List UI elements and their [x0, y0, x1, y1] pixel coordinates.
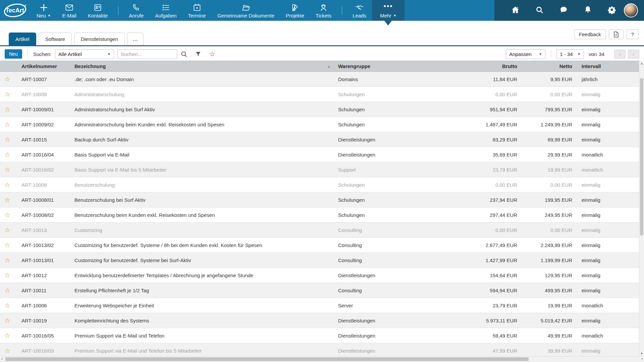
- favorite-star-icon[interactable]: ☆: [0, 106, 15, 113]
- favorite-star-icon[interactable]: ☆: [0, 347, 15, 355]
- table-row[interactable]: ☆ART-10011Erstellung Pflichtenheft je 1/…: [0, 283, 639, 298]
- favorite-star-icon[interactable]: ☆: [0, 181, 15, 189]
- favorite-star-icon[interactable]: ☆: [0, 241, 15, 249]
- article-number-cell: ART-10016/02: [15, 167, 72, 173]
- feedback-button[interactable]: Feedback: [574, 29, 606, 39]
- customize-dropdown[interactable]: Anpassen ▼: [506, 49, 545, 59]
- favorite-star-icon[interactable]: ☆: [0, 151, 15, 159]
- top-navbar: TecArt ® Neu▼E-MailKontakteAnrufeAufgabe…: [0, 0, 644, 21]
- tecart-logo[interactable]: TecArt ®: [0, 0, 31, 21]
- new-article-button[interactable]: Neu: [5, 49, 22, 59]
- nav-item-kontakte[interactable]: Kontakte: [82, 0, 113, 21]
- table-row[interactable]: ☆ART-10016/02Basis Support via E-Mail bi…: [0, 162, 639, 177]
- nav-item-e-mail[interactable]: E-Mail: [56, 0, 82, 21]
- table-row[interactable]: ☆ART-10009AdministratorschulungSchulunge…: [0, 87, 639, 102]
- document-button[interactable]: [609, 29, 624, 39]
- favorite-star-icon[interactable]: ☆: [0, 317, 15, 324]
- next-page-button[interactable]: ›: [628, 50, 639, 59]
- table-row[interactable]: ☆ART-10012Entwicklung benutzerdefinierte…: [0, 268, 639, 283]
- tab-artikel[interactable]: Artikel: [9, 33, 36, 45]
- search-button[interactable]: [527, 0, 551, 21]
- favorite-star-icon[interactable]: ☆: [0, 332, 15, 340]
- tab-dienstleistungen[interactable]: Dienstleistungen: [74, 33, 125, 45]
- vertical-scrollbar-thumb[interactable]: [640, 78, 643, 236]
- user-avatar[interactable]: [624, 3, 638, 17]
- scroll-up-icon[interactable]: ▲: [639, 62, 644, 65]
- table-row[interactable]: ☆ART-10016/03Premium Support via E-Mail …: [0, 343, 639, 356]
- column-header-warengruppe[interactable]: Warengruppe: [335, 63, 430, 69]
- home-icon: [511, 5, 520, 16]
- net-price-cell: 0,00 EUR: [517, 227, 572, 233]
- column-header-bezeichnung[interactable]: Bezeichnung ▲: [72, 63, 335, 69]
- favorite-star-icon[interactable]: ☆: [0, 121, 15, 128]
- favorite-star-icon[interactable]: ☆: [0, 226, 15, 234]
- interval-cell: einmalig: [572, 242, 639, 248]
- settings-gear-button[interactable]: [600, 0, 624, 21]
- page-range-dropdown[interactable]: 1 - 34 ▼: [556, 49, 584, 59]
- sort-ascending-icon[interactable]: ▲: [327, 64, 335, 68]
- table-row[interactable]: ☆ART-10008/01Benutzerschulung bei Surf A…: [0, 192, 639, 207]
- tab-more[interactable]: ...: [127, 33, 144, 45]
- scroll-down-icon[interactable]: ▼: [639, 352, 644, 355]
- table-row[interactable]: ☆ART-10009/01Administratorschulung bei S…: [0, 102, 639, 117]
- table-row[interactable]: ☆ART-10008/02Benutzerschulung beim Kunde…: [0, 207, 639, 223]
- search-submit-button[interactable]: [177, 49, 191, 59]
- article-number-cell: ART-10009: [15, 92, 72, 97]
- table-row[interactable]: ☆ART-10019Kompletteinrichtung des System…: [0, 313, 639, 328]
- scroll-right-icon[interactable]: ▸: [641, 357, 643, 360]
- tab-software[interactable]: Software: [39, 33, 72, 45]
- gross-price-cell: 1.487,49 EUR: [430, 122, 517, 127]
- column-header-netto[interactable]: Netto: [517, 63, 572, 69]
- column-header-artikelnummer[interactable]: Artikelnummer: [15, 63, 72, 69]
- nav-item-anrufe[interactable]: Anrufe: [123, 0, 149, 21]
- vertical-scrollbar[interactable]: ▲ ▼: [639, 61, 644, 356]
- table-row[interactable]: ☆ART-10009/02Administratorschulung beim …: [0, 117, 639, 132]
- table-row[interactable]: ☆ART-10008BenutzerschulungSchulungen0,00…: [0, 177, 639, 192]
- favorite-star-icon[interactable]: ☆: [0, 166, 15, 174]
- nav-item-tickets[interactable]: Tickets: [310, 0, 337, 21]
- article-number-cell: ART-10011: [15, 288, 72, 293]
- table-row[interactable]: ☆ART-10013/01Customizing für benutzerdef…: [0, 253, 639, 268]
- table-row[interactable]: ☆ART-10013/02Customizing für benutzerdef…: [0, 238, 639, 253]
- nav-item-leads[interactable]: Leads: [347, 0, 372, 21]
- favorites-filter-button[interactable]: ☆: [205, 49, 219, 59]
- favorite-star-icon[interactable]: ☆: [0, 211, 15, 219]
- table-row[interactable]: ☆ART-10015Backup durch Surf-AktivDienstl…: [0, 132, 639, 147]
- favorite-star-icon[interactable]: ☆: [0, 196, 15, 204]
- filter-button[interactable]: [191, 49, 205, 59]
- table-row[interactable]: ☆ART-10016/04Basis Support via E-MailDie…: [0, 147, 639, 162]
- table-row[interactable]: ☆ART-10007.de; .com oder .eu DomainDomai…: [0, 72, 639, 87]
- search-input[interactable]: [117, 49, 177, 59]
- search-scope-dropdown[interactable]: Alle Artikel ▼: [55, 49, 114, 59]
- article-number-cell: ART-10013: [15, 227, 72, 233]
- nav-item-neu[interactable]: Neu▼: [31, 0, 56, 21]
- favorite-star-icon[interactable]: ☆: [0, 272, 15, 279]
- table-row[interactable]: ☆ART-10013CustomizingConsulting0,00 EUR0…: [0, 223, 639, 238]
- nav-item-projekte[interactable]: Projekte: [280, 0, 310, 21]
- column-header-brutto[interactable]: Brutto: [430, 63, 517, 69]
- net-price-cell: 499,95 EUR: [517, 288, 572, 293]
- scroll-left-icon[interactable]: ◂: [1, 357, 3, 360]
- favorite-star-icon[interactable]: ☆: [0, 90, 15, 98]
- navbar-divider: [118, 6, 118, 15]
- favorite-star-icon[interactable]: ☆: [0, 75, 15, 83]
- favorite-star-icon[interactable]: ☆: [0, 136, 15, 143]
- notifications-bell-button[interactable]: [576, 0, 600, 21]
- table-row[interactable]: ☆ART-10016/05Premium Support via E-Mail …: [0, 328, 639, 343]
- nav-item-mehr[interactable]: •••Mehr▼: [372, 0, 405, 21]
- table-row[interactable]: ☆ART-10006Erweiterung Webspeicher je Ein…: [0, 298, 639, 313]
- help-button[interactable]: ?: [627, 29, 639, 39]
- horizontal-scrollbar-thumb[interactable]: [5, 357, 529, 361]
- chat-button[interactable]: [551, 0, 576, 21]
- favorite-star-icon[interactable]: ☆: [0, 302, 15, 309]
- favorite-star-icon[interactable]: ☆: [0, 256, 15, 264]
- favorite-star-icon[interactable]: ☆: [0, 287, 15, 294]
- home-button[interactable]: [503, 0, 527, 21]
- nav-item-aufgaben[interactable]: Aufgaben: [149, 0, 182, 21]
- gross-price-cell: 23,79 EUR: [430, 167, 517, 173]
- nav-item-gemeinsame-dokumente[interactable]: Gemeinsame Dokumente: [212, 0, 280, 21]
- nav-item-termine[interactable]: Termine: [182, 0, 212, 21]
- column-header-intervall[interactable]: Intervall: [572, 63, 639, 69]
- horizontal-scrollbar[interactable]: ◂ ▸: [0, 356, 644, 362]
- previous-page-button[interactable]: ‹: [614, 50, 626, 59]
